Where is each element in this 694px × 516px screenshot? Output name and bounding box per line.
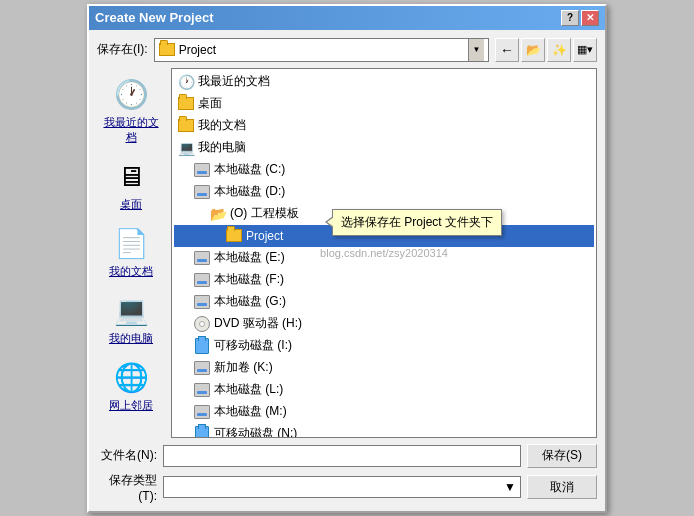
filename-label: 文件名(N): xyxy=(97,447,157,464)
file-name: Project xyxy=(246,229,283,243)
file-list-container: 🕐我最近的文档桌面我的文档💻我的电脑本地磁盘 (C:)本地磁盘 (D:)📂(O)… xyxy=(171,68,597,438)
file-icon xyxy=(194,184,210,200)
file-icon xyxy=(194,404,210,420)
file-name: 可移动磁盘 (I:) xyxy=(214,337,292,354)
file-icon: 💻 xyxy=(178,140,194,156)
desktop-icon: 🖥 xyxy=(113,159,149,195)
sidebar-label-desktop: 桌面 xyxy=(120,197,142,212)
filename-row: 文件名(N): 保存(S) xyxy=(97,444,597,468)
file-name: DVD 驱动器 (H:) xyxy=(214,315,302,332)
folder-icon xyxy=(159,43,175,56)
list-item[interactable]: 本地磁盘 (E:) xyxy=(174,247,594,269)
sidebar-label-mydoc: 我的文档 xyxy=(109,264,153,279)
toolbar-icons: ← 📂 ✨ ▦▾ xyxy=(495,38,597,62)
create-project-dialog: Create New Project ? ✕ 保存在(I): Project ▼… xyxy=(87,4,607,513)
main-area: 🕐 我最近的文档 🖥 桌面 📄 我的文档 💻 我的电脑 🌐 网上邻 xyxy=(97,68,597,438)
dialog-title: Create New Project xyxy=(95,10,214,25)
view-toggle-button[interactable]: ▦▾ xyxy=(573,38,597,62)
filetype-arrow-icon: ▼ xyxy=(504,480,516,494)
filetype-label: 保存类型(T): xyxy=(97,472,157,503)
recent-icon: 🕐 xyxy=(113,77,149,113)
up-icon: 📂 xyxy=(526,43,541,57)
location-text: Project xyxy=(179,43,464,57)
file-icon: 📂 xyxy=(210,206,226,222)
filename-input[interactable] xyxy=(163,445,521,467)
tooltip-callout: 选择保存在 Project 文件夹下 xyxy=(332,209,502,236)
tooltip-text: 选择保存在 Project 文件夹下 xyxy=(341,215,493,229)
list-item[interactable]: 新加卷 (K:) xyxy=(174,357,594,379)
help-button[interactable]: ? xyxy=(561,10,579,26)
file-name: 新加卷 (K:) xyxy=(214,359,273,376)
file-icon xyxy=(194,272,210,288)
file-icon xyxy=(194,316,210,332)
file-name: (O) 工程模板 xyxy=(230,205,299,222)
file-name: 本地磁盘 (M:) xyxy=(214,403,287,420)
new-folder-icon: ✨ xyxy=(552,43,567,57)
list-item[interactable]: 💻我的电脑 xyxy=(174,137,594,159)
file-icon xyxy=(194,360,210,376)
file-name: 本地磁盘 (L:) xyxy=(214,381,283,398)
list-item[interactable]: 本地磁盘 (F:) xyxy=(174,269,594,291)
sidebar-label-recent: 我最近的文档 xyxy=(102,115,160,145)
sidebar-item-desktop[interactable]: 🖥 桌面 xyxy=(99,154,163,217)
file-icon xyxy=(178,96,194,112)
back-button[interactable]: ← xyxy=(495,38,519,62)
up-folder-button[interactable]: 📂 xyxy=(521,38,545,62)
sidebar-label-network: 网上邻居 xyxy=(109,398,153,413)
file-name: 本地磁盘 (E:) xyxy=(214,249,285,266)
sidebar-item-network[interactable]: 🌐 网上邻居 xyxy=(99,355,163,418)
sidebar: 🕐 我最近的文档 🖥 桌面 📄 我的文档 💻 我的电脑 🌐 网上邻 xyxy=(97,68,165,438)
list-item[interactable]: 我的文档 xyxy=(174,115,594,137)
file-name: 本地磁盘 (D:) xyxy=(214,183,285,200)
list-item[interactable]: 🕐我最近的文档 xyxy=(174,71,594,93)
file-icon xyxy=(194,162,210,178)
sidebar-item-mypc[interactable]: 💻 我的电脑 xyxy=(99,288,163,351)
cancel-button[interactable]: 取消 xyxy=(527,475,597,499)
location-bar: 保存在(I): Project ▼ ← 📂 ✨ ▦▾ xyxy=(97,38,597,62)
list-item[interactable]: 桌面 xyxy=(174,93,594,115)
dropdown-arrow-icon[interactable]: ▼ xyxy=(468,39,484,61)
dialog-body: 保存在(I): Project ▼ ← 📂 ✨ ▦▾ xyxy=(89,30,605,511)
list-item[interactable]: 可移动磁盘 (N:) xyxy=(174,423,594,438)
mypc-icon: 💻 xyxy=(113,293,149,329)
file-name: 本地磁盘 (F:) xyxy=(214,271,284,288)
location-dropdown[interactable]: Project ▼ xyxy=(154,38,489,62)
file-name: 本地磁盘 (C:) xyxy=(214,161,285,178)
list-item[interactable]: 本地磁盘 (L:) xyxy=(174,379,594,401)
file-name: 我最近的文档 xyxy=(198,73,270,90)
file-name: 桌面 xyxy=(198,95,222,112)
network-icon: 🌐 xyxy=(113,360,149,396)
file-list: 🕐我最近的文档桌面我的文档💻我的电脑本地磁盘 (C:)本地磁盘 (D:)📂(O)… xyxy=(172,69,596,438)
list-item[interactable]: DVD 驱动器 (H:) xyxy=(174,313,594,335)
file-icon xyxy=(178,118,194,134)
list-item[interactable]: 本地磁盘 (M:) xyxy=(174,401,594,423)
back-icon: ← xyxy=(500,42,514,58)
sidebar-item-recent[interactable]: 🕐 我最近的文档 xyxy=(99,72,163,150)
filetype-dropdown[interactable]: ▼ xyxy=(163,476,521,498)
file-icon xyxy=(194,426,210,438)
file-name: 我的电脑 xyxy=(198,139,246,156)
list-item[interactable]: 可移动磁盘 (I:) xyxy=(174,335,594,357)
file-icon xyxy=(194,250,210,266)
file-icon xyxy=(194,338,210,354)
file-icon xyxy=(194,294,210,310)
location-label: 保存在(I): xyxy=(97,41,148,58)
sidebar-label-mypc: 我的电脑 xyxy=(109,331,153,346)
list-item[interactable]: 本地磁盘 (G:) xyxy=(174,291,594,313)
close-button[interactable]: ✕ xyxy=(581,10,599,26)
sidebar-item-mydoc[interactable]: 📄 我的文档 xyxy=(99,221,163,284)
list-item[interactable]: 本地磁盘 (C:) xyxy=(174,159,594,181)
file-icon xyxy=(194,382,210,398)
title-bar-buttons: ? ✕ xyxy=(561,10,599,26)
file-icon: 🕐 xyxy=(178,74,194,90)
file-name: 我的文档 xyxy=(198,117,246,134)
file-name: 本地磁盘 (G:) xyxy=(214,293,286,310)
list-item[interactable]: 本地磁盘 (D:) xyxy=(174,181,594,203)
view-icon: ▦▾ xyxy=(577,43,593,56)
bottom-area: 文件名(N): 保存(S) 保存类型(T): ▼ 取消 xyxy=(97,444,597,503)
mydoc-icon: 📄 xyxy=(113,226,149,262)
save-button[interactable]: 保存(S) xyxy=(527,444,597,468)
title-bar: Create New Project ? ✕ xyxy=(89,6,605,30)
filetype-row: 保存类型(T): ▼ 取消 xyxy=(97,472,597,503)
new-folder-button[interactable]: ✨ xyxy=(547,38,571,62)
